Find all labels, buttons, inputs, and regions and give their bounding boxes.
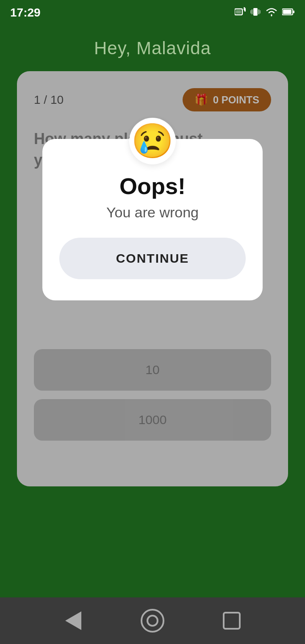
svg-rect-1 <box>236 10 241 14</box>
header-title: Hey, Malavida <box>0 38 305 58</box>
continue-button[interactable]: CONTINUE <box>59 238 246 279</box>
svg-rect-3 <box>252 9 252 14</box>
svg-rect-2 <box>253 8 258 16</box>
nav-home-button[interactable] <box>140 608 165 633</box>
battery-icon <box>282 8 295 18</box>
quiz-card: 1 / 10 🎁 0 POINTS How many places mustyo… <box>17 71 288 486</box>
svg-rect-8 <box>283 10 291 14</box>
svg-rect-4 <box>258 9 259 14</box>
error-modal: 😢 Oops! You are wrong CONTINUE <box>42 139 263 300</box>
modal-title: Oops! <box>119 173 186 199</box>
sad-emoji: 😢 <box>129 118 176 164</box>
status-time: 17:29 <box>10 6 41 19</box>
modal-subtitle: You are wrong <box>106 204 199 221</box>
nav-bar <box>0 597 305 644</box>
home-icon <box>141 609 164 633</box>
status-bar: 17:29 <box>0 0 305 25</box>
vibrate-icon <box>250 6 261 19</box>
modal-overlay: 😢 Oops! You are wrong CONTINUE <box>17 71 288 486</box>
svg-rect-9 <box>293 11 294 13</box>
nav-recent-button[interactable] <box>219 608 244 633</box>
svg-rect-6 <box>260 10 261 14</box>
status-icons <box>235 6 295 19</box>
back-icon <box>65 611 81 630</box>
wifi-icon <box>265 7 278 19</box>
nav-back-button[interactable] <box>61 608 86 633</box>
recent-icon <box>223 612 241 630</box>
header: Hey, Malavida <box>0 25 305 71</box>
cast-icon <box>235 7 246 19</box>
svg-rect-5 <box>250 10 251 14</box>
